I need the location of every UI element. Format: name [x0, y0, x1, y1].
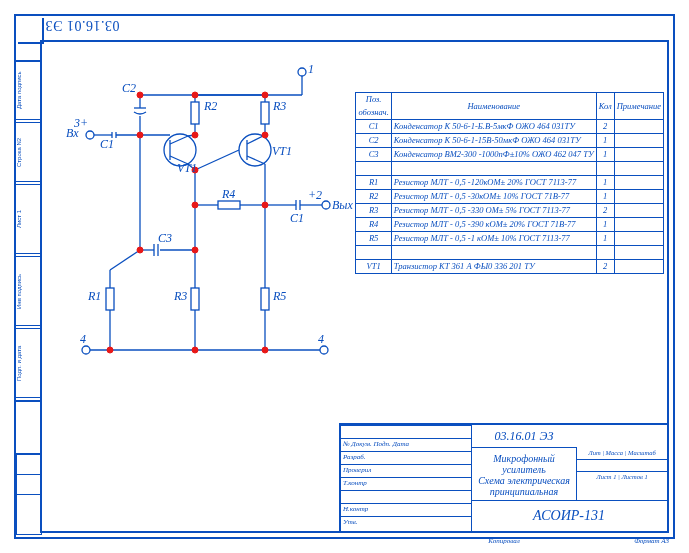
bom-head-note: Примечание — [614, 93, 663, 120]
svg-point-64 — [192, 347, 198, 353]
bom-header: Поз. обознач. Наименование Кол Примечани… — [356, 93, 664, 120]
bom-row: R2Резистор МЛТ - 0,5 -30кОМ± 10% ГОСТ 71… — [356, 190, 664, 204]
bom-row — [356, 162, 664, 176]
svg-point-52 — [137, 92, 143, 98]
stamp-code: 03.16.01 ЭЗ — [471, 425, 577, 448]
term-4b: 4 — [318, 332, 324, 347]
label-r3: R3 — [272, 99, 286, 113]
stamp-title: Микрофонный усилитель Схема электрическа… — [471, 447, 577, 501]
tick — [16, 400, 40, 402]
svg-point-60 — [262, 202, 268, 208]
bom-row: R4Резистор МЛТ - 0,5 -390 кОМ± 20% ГОСТ … — [356, 218, 664, 232]
label-r5: R5 — [272, 289, 286, 303]
schematic-svg: С2 С1 R2 R3 VT1 VT1 R4 С1 С3 R1 R3 R5 — [40, 40, 400, 400]
margin-cell: Лист 1 — [16, 184, 40, 254]
stamp-right: Лит | Масса | Масштаб Лист 1 | Листов 1 — [576, 447, 667, 501]
svg-point-55 — [137, 132, 143, 138]
bom-row: R5Резистор МЛТ - 0,5 -1 кОМ± 10% ГОСТ 71… — [356, 232, 664, 246]
svg-point-51 — [320, 346, 328, 354]
svg-rect-12 — [191, 102, 199, 124]
label-r3b: R3 — [173, 289, 187, 303]
svg-point-3 — [86, 131, 94, 139]
svg-rect-47 — [261, 288, 269, 310]
term-1: 1 — [308, 62, 314, 77]
svg-point-61 — [137, 247, 143, 253]
stamp-left: № Докум. Подп. Дата Разраб. Проверил Т.к… — [341, 425, 472, 531]
bom-row: С1Конденсатор К 50-6-1-Б.В-5мкФ ОЖО 464 … — [356, 120, 664, 134]
term-3: 3+ — [74, 116, 88, 131]
term-out: Вых — [332, 198, 353, 213]
label-r4: R4 — [221, 187, 235, 201]
drawing-canvas: 03.16.01 ЭЗ Дата подпись Строка N2 Лист … — [0, 0, 689, 553]
bom-row: VT1Транзистор КТ 361 А ФЫ0 336 201 ТУ2 — [356, 260, 664, 274]
svg-point-53 — [192, 92, 198, 98]
label-r2: R2 — [203, 99, 217, 113]
stamp-format: Формат А3 — [634, 537, 669, 545]
title-block: № Докум. Подп. Дата Разраб. Проверил Т.к… — [339, 423, 669, 533]
stamp-copy: Копировал — [488, 537, 519, 545]
bom-head-qty: Кол — [596, 93, 614, 120]
label-vt1b: VT1 — [272, 144, 292, 158]
stamp-project: АСОИР-131 — [471, 500, 667, 531]
junction-nodes — [107, 92, 268, 353]
term-2: +2 — [308, 188, 322, 203]
svg-point-24 — [239, 134, 271, 166]
margin-cell: Подп. и дата — [16, 328, 40, 398]
label-c1: С1 — [100, 137, 114, 151]
bom-head-pos: Поз. обознач. — [356, 93, 391, 120]
svg-rect-16 — [261, 102, 269, 124]
left-bottom-stub — [16, 453, 42, 535]
svg-line-28 — [195, 150, 239, 170]
svg-point-63 — [107, 347, 113, 353]
drawing-code-rotated: 03.16.01 ЭЗ — [45, 17, 119, 33]
svg-point-65 — [262, 347, 268, 353]
bom-row: R1Резистор МЛТ - 0,5 -120кОМ± 20% ГОСТ 7… — [356, 176, 664, 190]
svg-point-2 — [298, 68, 306, 76]
svg-point-59 — [192, 202, 198, 208]
label-c2: С2 — [122, 81, 136, 95]
bom-row — [356, 246, 664, 260]
bom-row: R3Резистор МЛТ - 0,5 -330 ОМ± 5% ГОСТ 71… — [356, 204, 664, 218]
label-vt1: VT1 — [177, 161, 197, 175]
term-4a: 4 — [80, 332, 86, 347]
stamp-row: Утв. — [341, 516, 471, 532]
label-c3: С3 — [158, 231, 172, 245]
stamp-rt-sheet: Лист 1 | Листов 1 — [577, 471, 667, 483]
bom-row: С3Конденсатор ВМ2-300 -1000пФ±10% ОЖО 46… — [356, 148, 664, 162]
svg-point-50 — [82, 346, 90, 354]
schematic: С2 С1 R2 R3 VT1 VT1 R4 С1 С3 R1 R3 R5 Вх… — [40, 40, 400, 400]
bom-head-name: Наименование — [391, 93, 596, 120]
margin-cell: Строка N2 — [16, 122, 40, 182]
margin-cell: Дата подпись — [16, 60, 40, 120]
svg-point-38 — [322, 201, 330, 209]
margin-cell: Инв подпись — [16, 256, 40, 326]
svg-point-57 — [262, 132, 268, 138]
bom-row: С2Конденсатор К 50-6-1-15В-50мкФ ОЖО 464… — [356, 134, 664, 148]
svg-point-56 — [192, 132, 198, 138]
label-r1: R1 — [87, 289, 101, 303]
tick — [16, 60, 40, 62]
svg-line-48 — [110, 250, 140, 270]
label-c1b: С1 — [290, 211, 304, 225]
svg-rect-32 — [218, 201, 240, 209]
svg-point-62 — [192, 247, 198, 253]
bom-table: Поз. обознач. Наименование Кол Примечани… — [355, 92, 664, 274]
svg-rect-46 — [191, 288, 199, 310]
svg-point-54 — [262, 92, 268, 98]
svg-rect-45 — [106, 288, 114, 310]
